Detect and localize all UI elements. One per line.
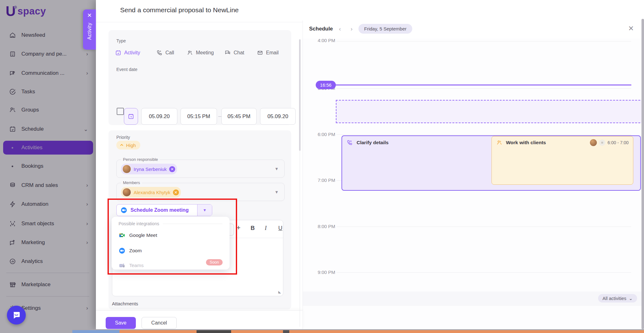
phone-icon [156, 50, 163, 56]
priority-label: Priority [116, 135, 130, 140]
background-window-strip [231, 330, 283, 333]
chevron-down-icon: ⌄ [629, 296, 633, 301]
members-label: Members [121, 180, 142, 185]
current-time-pill: 16:56 [316, 81, 336, 89]
prev-day-button[interactable]: ‹ [339, 26, 341, 32]
date-picker-button[interactable] [124, 108, 138, 125]
people-icon [187, 50, 193, 56]
form-scrollbar-track [300, 151, 300, 327]
resize-handle-icon[interactable]: ◢ [278, 290, 281, 294]
person-responsible-select[interactable]: Person responsible Iryna Serbeniuk ✕ ▼ [116, 160, 285, 178]
background-window-strip [289, 330, 644, 333]
schedule-panel: 4:00 PM 5:00 PM 6:00 PM 7:00 PM 8:00 PM … [303, 20, 644, 329]
cancel-button[interactable]: Cancel [142, 317, 177, 329]
person-responsible-chip[interactable]: Iryna Serbeniuk ✕ [121, 164, 177, 174]
equals-badge: = [599, 139, 605, 146]
event-work-with-clients[interactable]: Work with clients = 6:00 - 7:00 [491, 136, 633, 185]
activities-filter-band: All activities ⌄ [303, 292, 644, 306]
bold-icon[interactable]: B [251, 225, 255, 232]
envelope-icon [257, 50, 263, 56]
calendar-check-icon [115, 50, 121, 56]
event-time: 6:00 - 7:00 [608, 140, 629, 145]
person-responsible-label: Person responsible [121, 157, 160, 162]
tab-call[interactable]: Call [156, 50, 174, 56]
background-window-strip [197, 330, 231, 333]
hour-line [336, 88, 631, 89]
hour-line [336, 272, 631, 273]
hour-label: 8:00 PM [305, 224, 335, 229]
remove-chip-icon[interactable]: ✕ [173, 189, 179, 195]
date-pill[interactable]: Friday, 5 September [358, 24, 412, 34]
chevron-down-icon[interactable]: ▼ [275, 166, 279, 171]
background-window-strip [72, 330, 119, 333]
highlight-rectangle [108, 199, 237, 275]
modal-title: Send a commercial proposal to NewLine [120, 6, 239, 14]
tab-chat[interactable]: Chat [225, 50, 244, 56]
app-window: U spacy Newsfeed Company and pe... › Com… [0, 0, 644, 333]
avatar [590, 139, 597, 146]
chat-bubble-icon [12, 310, 21, 320]
chevron-up-icon [119, 143, 124, 147]
hour-label: 6:00 PM [305, 132, 335, 137]
activity-modal: Send a commercial proposal to NewLine Ty… [96, 0, 644, 329]
avatar [122, 188, 131, 197]
remove-chip-icon[interactable]: ✕ [169, 166, 175, 172]
chat-icon [225, 50, 231, 56]
priority-chip[interactable]: High [116, 141, 140, 150]
modal-dim-overlay [0, 0, 96, 333]
support-chat-button[interactable] [7, 306, 26, 325]
tab-meeting[interactable]: Meeting [187, 50, 214, 56]
all-activities-filter[interactable]: All activities ⌄ [598, 294, 637, 303]
schedule-header: Schedule ‹ › Friday, 5 September ✕ [303, 20, 644, 39]
close-schedule-icon[interactable]: ✕ [628, 25, 634, 32]
member-chip[interactable]: Alexandra Khytyk ✕ [121, 187, 181, 198]
underline-icon[interactable]: U [278, 225, 282, 232]
end-date-input[interactable]: 05.09.20 [260, 108, 296, 125]
activity-tab-label: Activity [87, 23, 92, 40]
close-icon[interactable]: ✕ [87, 13, 92, 18]
save-button[interactable]: Save [106, 317, 136, 329]
panel-divider [303, 20, 303, 329]
call-icon [347, 139, 353, 146]
hour-line [336, 227, 631, 227]
end-time-input[interactable]: 05:45 PM [221, 108, 257, 125]
hour-label: 9:00 PM [305, 270, 335, 275]
people-icon [496, 139, 502, 146]
italic-icon[interactable]: I [265, 225, 267, 232]
background-window-strip [119, 330, 197, 333]
time-range-dash [218, 116, 221, 117]
hour-line [336, 41, 631, 41]
background-window-strip [283, 330, 289, 333]
attachments-label: Attachments [112, 301, 138, 306]
hour-line [336, 134, 631, 135]
calendar-clock-icon [128, 113, 134, 120]
start-date-input[interactable]: 05.09.20 [141, 108, 177, 125]
whole-day-checkbox[interactable] [117, 108, 124, 115]
chevron-down-icon[interactable]: ▼ [275, 190, 279, 194]
window-scrollbar[interactable] [641, 19, 644, 329]
type-card: Type Activity Call Meeting Chat Email [108, 30, 291, 125]
event-date-label: Event date [116, 67, 137, 72]
activity-side-tab[interactable]: ✕ Activity [83, 9, 96, 50]
tab-activity[interactable]: Activity [115, 50, 140, 56]
type-label: Type [116, 38, 126, 43]
avatar [122, 165, 131, 173]
schedule-title: Schedule [309, 26, 333, 32]
form-scrollbar-thumb[interactable] [299, 39, 301, 151]
start-time-input[interactable]: 05:15 PM [180, 108, 217, 125]
modal-footer: Save Cancel [96, 310, 303, 329]
hour-label: 7:00 PM [305, 177, 335, 183]
proposed-slot[interactable] [336, 100, 643, 123]
next-day-button[interactable]: › [351, 26, 353, 32]
current-time-line [333, 85, 631, 85]
tab-email[interactable]: Email [257, 50, 279, 56]
